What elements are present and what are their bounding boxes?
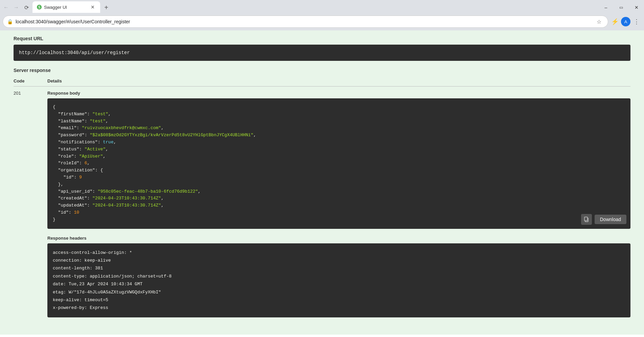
json-updatedAt-val: "2024-04-23T10:43:30.714Z": [92, 203, 161, 208]
tab-close-button[interactable]: ✕: [89, 4, 96, 10]
browser-chrome: ← → ⟳ S Swagger UI ✕ + – ▭ ✕ �: [0, 0, 644, 30]
response-details: Response body { "firstName": "test", "la…: [47, 87, 630, 321]
svg-rect-3: [584, 217, 587, 221]
json-status-key: "status": [58, 147, 79, 152]
json-api-user-id-key: "api_user_id": [58, 189, 92, 194]
new-tab-button[interactable]: +: [102, 3, 111, 12]
header-line-3: content-length: 381: [53, 264, 625, 272]
address-bar-row: 🔒 localhost:3040/swagger/#/user/UserCont…: [0, 13, 644, 30]
close-button[interactable]: ✕: [629, 2, 644, 13]
request-url-label: Request URL: [14, 36, 630, 41]
code-header: Code: [14, 77, 47, 87]
header-line-6: etag: W/"17d-4hJLu0ASaZXtugzVWGQdxFyXHbI…: [53, 288, 625, 296]
json-role-key: "role": [58, 154, 74, 159]
active-tab[interactable]: S Swagger UI ✕: [32, 1, 100, 13]
back-button[interactable]: ←: [1, 3, 11, 12]
request-url-value: http://localhost:3040/api/user/register: [19, 50, 130, 55]
extensions-button[interactable]: ⚡: [610, 17, 620, 26]
server-response-label: Server response: [14, 68, 630, 73]
json-notifications-key: "notifications": [58, 140, 98, 145]
json-notifications-val: true: [103, 140, 113, 145]
json-roleId-key: "roleId": [58, 161, 79, 166]
json-org-key: "organization": [58, 168, 95, 173]
json-firstName-key: "firstName": [58, 112, 87, 117]
json-updatedAt-key: "updatedAt": [58, 203, 87, 208]
json-firstName-val: "test": [92, 112, 108, 117]
json-password-val: "$2a$08$mzOd2GYTYxzBgi/kvArVzerPd5t8vU2Y…: [90, 133, 253, 138]
forward-button[interactable]: →: [12, 3, 21, 12]
header-line-8: x-powered-by: Express: [53, 304, 625, 312]
json-id-key: "id": [58, 210, 69, 215]
json-org-id-key: "id": [63, 175, 74, 180]
header-line-5: date: Tue,23 Apr 2024 10:43:34 GMT: [53, 280, 625, 288]
reload-button[interactable]: ⟳: [22, 3, 31, 12]
lock-icon: 🔒: [7, 19, 13, 24]
headers-block: access-control-allow-origin: * connectio…: [47, 243, 630, 317]
tab-title: Swagger UI: [44, 5, 88, 10]
json-lastName-key: "lastName": [58, 119, 85, 124]
url-display: localhost:3040/swagger/#/user/UserContro…: [16, 19, 592, 24]
json-org-id-val: 9: [79, 175, 82, 180]
response-body-label: Response body: [47, 91, 630, 96]
json-actions: Download: [581, 214, 626, 225]
header-line-2: connection: keep-alive: [53, 257, 625, 264]
profile-button[interactable]: A: [621, 17, 630, 26]
json-status-val: "Active": [85, 147, 106, 152]
request-url-block: http://localhost:3040/api/user/register: [14, 45, 630, 61]
menu-button[interactable]: ⋮: [632, 17, 641, 26]
page-content: Request URL http://localhost:3040/api/us…: [0, 30, 644, 335]
json-lastName-val: "test": [90, 119, 106, 124]
json-createdAt-val: "2024-04-23T10:43:30.714Z": [92, 196, 161, 201]
toolbar-right: ⚡ A ⋮: [610, 17, 641, 26]
json-email-val: "ruivzuocaxbhevdfrk@cwmxc.com": [82, 125, 161, 130]
json-role-val: "ApiUser": [79, 154, 103, 159]
minimize-button[interactable]: –: [598, 2, 614, 13]
response-code: 201: [14, 87, 47, 321]
header-line-4: content-type: application/json; charset=…: [53, 272, 625, 280]
restore-button[interactable]: ▭: [614, 2, 629, 13]
header-line-1: access-control-allow-origin: *: [53, 249, 625, 257]
json-password-key: "password": [58, 133, 85, 138]
copy-button[interactable]: [581, 214, 592, 225]
copy-icon: [584, 217, 589, 222]
response-table: Code Details 201 Response body { "firstN…: [14, 77, 630, 321]
json-email-key: "email": [58, 125, 77, 130]
json-id-val: 10: [74, 210, 79, 215]
header-line-7: keep-alive: timeout=5: [53, 296, 625, 304]
bookmark-button[interactable]: ☆: [594, 17, 604, 26]
tab-favicon: S: [37, 4, 42, 10]
details-header: Details: [47, 77, 630, 87]
json-api-user-id-val: "958c05ec-feac-48b7-ba10-6fcd76d9b122": [98, 189, 198, 194]
svg-text:S: S: [38, 5, 41, 9]
json-response-block: { "firstName": "test", "lastName": "test…: [47, 98, 630, 229]
download-button[interactable]: Download: [595, 215, 626, 224]
table-row: 201 Response body { "firstName": "test",…: [14, 87, 630, 321]
response-headers-label: Response headers: [47, 236, 630, 241]
address-bar[interactable]: 🔒 localhost:3040/swagger/#/user/UserCont…: [3, 16, 608, 28]
json-createdAt-key: "createdAt": [58, 196, 87, 201]
